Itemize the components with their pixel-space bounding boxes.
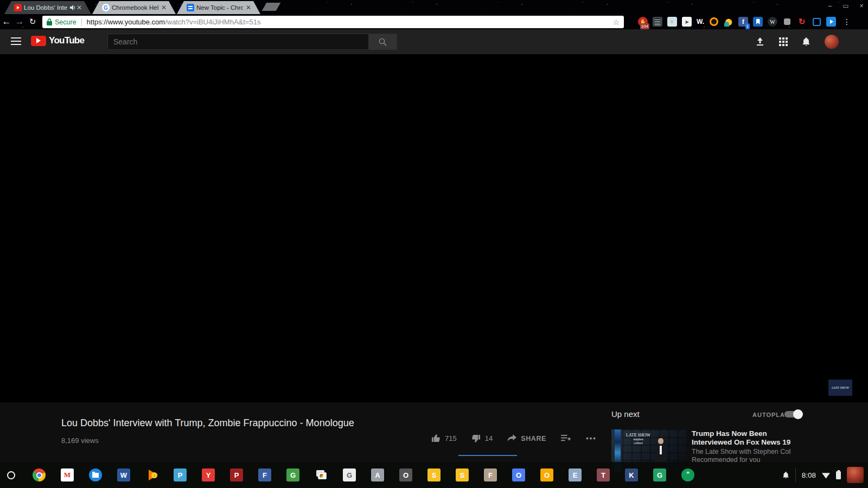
app-s-yellow2-icon[interactable]: S — [456, 468, 469, 481]
wifi-icon[interactable] — [822, 472, 830, 479]
forum-favicon — [187, 4, 194, 11]
app-g-emerald-icon[interactable]: G — [653, 468, 666, 481]
tab-close-icon[interactable]: ✕ — [76, 4, 82, 11]
shelf-status-area[interactable]: 8:08 — [782, 462, 864, 488]
app-g-white-icon[interactable]: G — [343, 468, 356, 481]
gmail-icon[interactable]: M — [61, 468, 74, 481]
notifications-bell-icon[interactable] — [802, 37, 810, 47]
url-origin: https://www.youtube.com — [87, 18, 165, 26]
more-actions-button[interactable] — [586, 437, 596, 440]
app-s-yellow-icon[interactable]: S — [427, 468, 441, 481]
word-icon[interactable]: W — [117, 468, 130, 481]
new-tab-button[interactable] — [262, 3, 281, 11]
app-o-dark-icon[interactable]: O — [399, 468, 412, 481]
shelf-notification-icon[interactable] — [782, 471, 789, 479]
wikipedia-extension-icon[interactable]: W — [768, 17, 777, 27]
tab-close-icon[interactable]: ✕ — [245, 4, 252, 11]
browser-menu-icon[interactable]: ⋮ — [843, 17, 851, 26]
forward-icon[interactable]: → — [13, 16, 26, 27]
app-o-blue-icon[interactable]: O — [512, 468, 525, 481]
app-p-blue-icon[interactable]: P — [174, 468, 187, 481]
app-g-green-icon[interactable]: G — [286, 468, 299, 481]
masthead-actions — [755, 29, 839, 54]
lock-icon — [47, 18, 52, 25]
tab-close-icon[interactable]: ✕ — [161, 4, 167, 11]
chrome-icon[interactable] — [33, 468, 46, 481]
gray-extension-icon[interactable] — [782, 17, 792, 27]
video-player[interactable]: LATE SHOW — [0, 54, 868, 402]
add-to-playlist-button[interactable] — [561, 434, 571, 442]
thumbs-up-icon — [431, 434, 441, 443]
maximize-icon[interactable]: ▭ — [843, 2, 849, 10]
files-icon[interactable] — [89, 468, 102, 481]
launcher-icon[interactable] — [4, 468, 17, 481]
blue-arrow-extension-icon[interactable] — [826, 17, 836, 27]
security-chip[interactable]: Secure — [47, 18, 76, 26]
tab-title: New Topic - Chromeboo — [196, 4, 243, 11]
search-button[interactable] — [369, 34, 397, 50]
play-music-icon[interactable]: ♪ — [145, 468, 158, 481]
battery-icon[interactable] — [836, 471, 841, 479]
bookmark-extension-icon[interactable] — [753, 17, 763, 27]
address-bar[interactable]: Secure https://www.youtube.com/watch?v=i… — [42, 16, 624, 28]
facebook-badge: 1 — [745, 23, 750, 29]
app-a-gray-icon[interactable]: A — [371, 468, 384, 481]
app-p-darkred-icon[interactable]: P — [230, 468, 243, 481]
adblock-extension-icon[interactable]: ✋ 104 — [638, 17, 648, 27]
wdot-extension-icon[interactable]: W. — [697, 17, 704, 27]
hangouts-icon[interactable]: ” — [681, 468, 694, 481]
channel-watermark[interactable]: LATE SHOW — [828, 380, 852, 396]
chromeos-shelf: M W ♪ P Y P F G G A O S S F O O E T K G … — [0, 462, 868, 488]
tab-title: Chromebook Help — [112, 4, 158, 11]
tab-chromebook-help[interactable]: G Chromebook Help ✕ — [92, 1, 176, 14]
tab-audio-icon[interactable] — [69, 4, 76, 11]
google-favicon: G — [102, 4, 110, 11]
screenshot-extension-icon[interactable]: ☀ — [667, 17, 677, 27]
share-button[interactable]: SHARE — [507, 434, 546, 442]
browser-toolbar: ← → ↻ Secure https://www.youtube.com/wat… — [0, 14, 868, 29]
film-extension-icon[interactable] — [653, 17, 662, 27]
facebook-extension-icon[interactable]: f 1 — [738, 17, 748, 27]
dislike-button[interactable]: 14 — [471, 434, 493, 443]
back-icon[interactable]: ← — [0, 16, 13, 27]
shelf-account-avatar[interactable] — [847, 467, 864, 483]
upload-icon[interactable] — [755, 37, 765, 47]
tab-youtube[interactable]: Lou Dobbs' Interview ✕ — [4, 1, 91, 14]
bookmark-star-icon[interactable]: ☆ — [612, 18, 620, 27]
app-t-maroon-icon[interactable]: T — [597, 468, 610, 481]
youtube-logo[interactable]: YouTube — [31, 35, 84, 46]
autoplay-label: AUTOPLAY — [752, 412, 789, 418]
hamburger-menu-icon[interactable] — [11, 37, 21, 45]
minimize-icon[interactable]: – — [827, 2, 833, 10]
up-next-video-title[interactable]: Trump Has Now Been Interviewed On Fox Ne… — [692, 429, 797, 447]
chrome-windows-icon[interactable] — [315, 468, 328, 481]
facebook-app-icon[interactable]: F — [258, 468, 271, 481]
share-arrow-icon — [507, 434, 516, 442]
app-k-navy-icon[interactable]: K — [625, 468, 638, 481]
up-next-channel[interactable]: The Late Show with Stephen Colbert — [692, 448, 791, 455]
account-avatar[interactable] — [825, 35, 839, 49]
apps-grid-icon[interactable] — [779, 37, 788, 46]
tab-new-topic[interactable]: New Topic - Chromeboo ✕ — [177, 1, 260, 14]
cursor-extension-icon[interactable]: ➤ — [682, 17, 692, 27]
blue-frame-extension-icon[interactable] — [812, 17, 821, 27]
thumbnail-show-text: LATE SHOW stephen colbert — [626, 433, 650, 445]
like-ratio-bar — [458, 455, 517, 456]
like-count: 715 — [445, 434, 457, 442]
app-y-red-icon[interactable]: Y — [202, 468, 215, 481]
url-path: /watch?v=iBU4iJiHMhA&t=51s — [165, 18, 260, 26]
autoplay-toggle[interactable] — [784, 411, 801, 418]
reload-icon[interactable]: ↻ — [26, 17, 39, 27]
more-dots-icon — [586, 437, 596, 440]
dislike-count: 14 — [485, 434, 493, 442]
close-icon[interactable]: × — [858, 2, 865, 10]
like-button[interactable]: 715 — [431, 434, 457, 443]
search-input[interactable] — [107, 34, 369, 50]
person-idea-extension-icon[interactable]: ⬤ — [724, 17, 733, 27]
red-swirl-extension-icon[interactable]: ↻ — [797, 17, 807, 27]
clock[interactable]: 8:08 — [802, 471, 816, 479]
app-f-tan-icon[interactable]: F — [484, 468, 497, 481]
orange-ring-extension-icon[interactable] — [709, 17, 719, 27]
app-o-orange-icon[interactable]: O — [540, 468, 553, 481]
app-e-slate-icon[interactable]: E — [569, 468, 582, 481]
